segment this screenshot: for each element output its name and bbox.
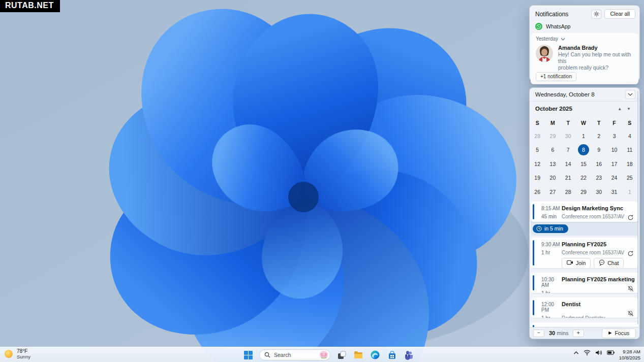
teams-button[interactable] (403, 349, 414, 360)
event-card[interactable]: 9:30 AMPlanning FY20251 hrConference roo… (531, 238, 638, 268)
battery-icon[interactable] (607, 350, 615, 355)
calendar-day-number: 28 (563, 186, 574, 198)
file-explorer-icon (353, 350, 363, 360)
start-button[interactable] (242, 349, 254, 360)
calendar-day[interactable]: 10 (606, 143, 622, 157)
chat-button[interactable]: Chat (594, 258, 624, 268)
chevron-up-icon[interactable] (573, 351, 579, 355)
event-title: Dentist (562, 301, 580, 307)
wifi-icon[interactable] (584, 350, 591, 355)
calendar-day[interactable]: 2 (591, 129, 606, 143)
volume-icon[interactable] (595, 350, 602, 355)
calendar-day[interactable]: 6 (545, 143, 560, 157)
whatsapp-icon (535, 23, 542, 30)
upcoming-badge-row: in 5 min (531, 223, 638, 236)
calendar-day-number: 9 (593, 144, 604, 155)
notification-message-line1: Hey! Can you help me out with this (558, 51, 633, 64)
calendar-day[interactable]: 1 (622, 185, 637, 199)
notification-settings-button[interactable] (591, 10, 601, 19)
calendar-day-number: 19 (532, 172, 543, 183)
focus-duration-value: 30 (549, 330, 555, 336)
calendar-day[interactable]: 3 (606, 129, 622, 143)
play-icon: ▶ (608, 331, 611, 335)
event-card[interactable]: 12:00 PMDentist1 hrRedmond Dentistry (531, 298, 638, 318)
calendar-day[interactable]: 30 (591, 185, 606, 199)
calendar-day[interactable]: 11 (622, 143, 637, 157)
calendar-day[interactable]: 22 (576, 171, 591, 185)
calendar-day[interactable]: 16 (591, 157, 606, 171)
calendar-day-number: 8 (578, 144, 589, 155)
calendar-day[interactable]: 27 (545, 185, 560, 199)
action-label: Join (576, 260, 586, 266)
calendar-day-number: 29 (578, 186, 589, 198)
notification-app-name: WhatsApp (546, 23, 570, 29)
search-box[interactable]: Search (259, 349, 330, 360)
notifications-header: Notifications Clear all (530, 6, 639, 21)
calendar-next-month-button[interactable]: ▼ (624, 106, 633, 112)
widgets-weather-button[interactable]: 78°F Sunny (4, 348, 30, 359)
calendar-day[interactable]: 12 (530, 157, 545, 171)
calendar-panel: Wednesday, October 8 October 2025 ▲ ▼ SM… (529, 87, 640, 339)
focus-increase-button[interactable]: + (573, 330, 584, 337)
event-line-1: 10:30 AMPlanning FY2025 marketing (531, 276, 638, 288)
upcoming-badge[interactable]: in 5 min (533, 224, 568, 233)
clear-all-button[interactable]: Clear all (604, 9, 635, 19)
event-duration: 45 min (541, 214, 562, 219)
notification-app-group[interactable]: WhatsApp (530, 21, 639, 32)
chevron-down-icon (628, 93, 633, 96)
calendar-day[interactable]: 9 (591, 143, 606, 157)
event-accent-bar (533, 275, 534, 290)
task-view-button[interactable] (336, 349, 347, 360)
calendar-day[interactable]: 30 (561, 129, 576, 143)
calendar-day[interactable]: 29 (576, 185, 591, 199)
notification-sender: Amanda Brady (558, 45, 633, 51)
edge-browser-button[interactable] (370, 349, 381, 360)
microsoft-store-button[interactable] (386, 349, 397, 360)
event-location: Conference room 16537/AV (562, 214, 624, 219)
calendar-day[interactable]: 20 (545, 171, 560, 185)
calendar-day[interactable]: 14 (561, 157, 576, 171)
calendar-day[interactable]: 19 (530, 171, 545, 185)
chevron-down-icon (561, 38, 565, 41)
calendar-day[interactable]: 24 (606, 171, 622, 185)
join-button[interactable]: Join (562, 258, 591, 268)
notification-group-row[interactable]: Yesterday (536, 36, 633, 42)
calendar-collapse-button[interactable] (625, 90, 635, 99)
calendar-day[interactable]: 7 (561, 143, 576, 157)
file-explorer-button[interactable] (353, 349, 364, 360)
calendar-day[interactable]: 15 (576, 157, 591, 171)
calendar-day[interactable]: 17 (606, 157, 622, 171)
weekday-label: W (576, 117, 591, 129)
calendar-day[interactable]: 21 (561, 171, 576, 185)
calendar-day[interactable]: 29 (545, 129, 560, 143)
event-duration: 1 hr (541, 315, 562, 318)
search-icon (264, 352, 270, 358)
notification-card[interactable]: Yesterday Amanda Brady (531, 33, 638, 84)
calendar-day[interactable]: 26 (530, 185, 545, 199)
taskbar-clock[interactable]: 9:28 AM 10/8/2025 (619, 349, 640, 361)
calendar-day[interactable]: 4 (622, 129, 637, 143)
calendar-day-number: 30 (563, 130, 574, 142)
event-card[interactable]: 10:30 AMPlanning FY2025 marketing1 hr (531, 273, 638, 293)
calendar-day[interactable]: 5 (530, 143, 545, 157)
focus-decrease-button[interactable]: − (533, 330, 544, 337)
calendar-day-selected[interactable]: 8 (576, 143, 591, 157)
calendar-day-number: 14 (563, 158, 574, 170)
sync-icon (627, 250, 634, 256)
event-title: Planning FY2025 marketing (562, 276, 635, 282)
calendar-day[interactable]: 28 (530, 129, 545, 143)
event-list-scrollbar[interactable] (637, 91, 638, 324)
calendar-day[interactable]: 1 (576, 129, 591, 143)
calendar-day[interactable]: 28 (561, 185, 576, 199)
calendar-day[interactable]: 31 (606, 185, 622, 199)
event-accent-bar (533, 240, 534, 266)
calendar-day[interactable]: 18 (622, 157, 637, 171)
calendar-prev-month-button[interactable]: ▲ (615, 106, 624, 112)
calendar-day[interactable]: 25 (622, 171, 637, 185)
upcoming-event-group: 8:15 AMDesign Marketing Sync45 minConfer… (531, 202, 638, 236)
calendar-day[interactable]: 13 (545, 157, 560, 171)
more-notifications-button[interactable]: +1 notification (536, 72, 576, 81)
focus-start-button[interactable]: ▶ Focus (602, 328, 636, 338)
event-card[interactable]: 8:15 AMDesign Marketing Sync45 minConfer… (531, 202, 638, 222)
calendar-day[interactable]: 23 (591, 171, 606, 185)
